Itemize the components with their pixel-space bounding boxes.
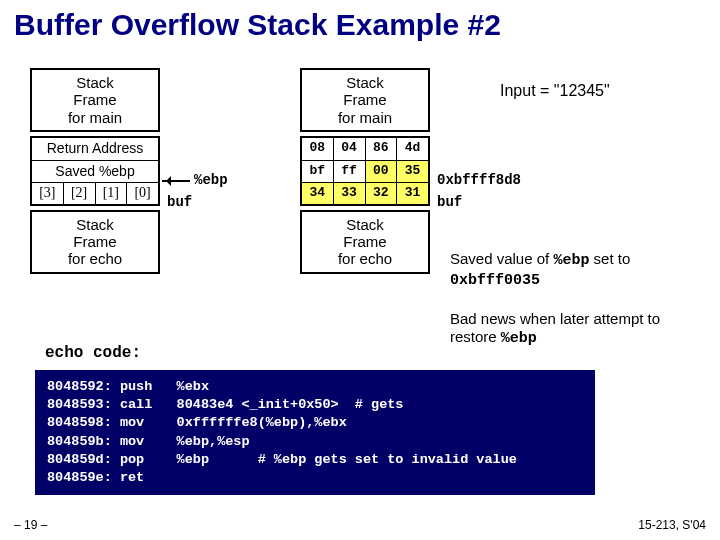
cell-corrupt: 35	[396, 161, 428, 182]
disassembly-code: 8048592: push %ebx 8048593: call 80483e4…	[35, 370, 595, 495]
left-row-buf: [3] [2] [1] [0]	[32, 182, 158, 204]
buf-idx-0: [0]	[126, 183, 158, 204]
course-tag: 15-213, S'04	[638, 518, 706, 532]
cell: ff	[333, 161, 365, 182]
buf-idx-1: [1]	[95, 183, 127, 204]
t: %ebp	[553, 252, 589, 269]
left-echo-frame: Stack Frame for echo	[30, 210, 160, 274]
cell-buf: 33	[333, 183, 365, 204]
cell: 04	[333, 138, 365, 160]
cell-corrupt: 00	[365, 161, 397, 182]
left-main-frame: Stack Frame for main	[30, 68, 160, 132]
echo-code-label: echo code:	[45, 344, 141, 362]
label-ebp-left: %ebp	[194, 172, 228, 188]
right-row-return: 08 04 86 4d	[302, 138, 428, 160]
t: 0xbfff0035	[450, 272, 540, 289]
cell-buf: 34	[302, 183, 333, 204]
slide-title: Buffer Overflow Stack Example #2	[0, 0, 720, 46]
right-main-frame: Stack Frame for main	[300, 68, 430, 132]
buf-idx-2: [2]	[63, 183, 95, 204]
t: set to	[589, 250, 630, 267]
t: %ebp	[501, 330, 537, 347]
t: Saved value of	[450, 250, 553, 267]
input-value-label: Input = "12345"	[500, 82, 610, 100]
cell: 08	[302, 138, 333, 160]
right-row-saved-ebp: bf ff 00 35	[302, 160, 428, 182]
right-echo-frame: Stack Frame for echo	[300, 210, 430, 274]
buf-idx-3: [3]	[32, 183, 63, 204]
left-row-saved-ebp: Saved %ebp	[32, 160, 158, 182]
left-stack-rows: Return Address Saved %ebp [3] [2] [1] [0…	[30, 136, 160, 206]
right-row-buf: 34 33 32 31	[302, 182, 428, 204]
note-saved-ebp: Saved value of %ebp set to 0xbfff0035	[450, 250, 710, 290]
cell-buf: 32	[365, 183, 397, 204]
note-bad-news: Bad news when later attempt to restore %…	[450, 310, 710, 348]
arrow-ebp-left	[162, 180, 190, 182]
label-buf-left: buf	[167, 194, 192, 210]
t: Bad news when later attempt to restore	[450, 310, 660, 345]
label-buf-right: buf	[437, 194, 462, 210]
cell-buf: 31	[396, 183, 428, 204]
right-stack-rows: 08 04 86 4d bf ff 00 35 34 33 32 31	[300, 136, 430, 206]
slide-number: – 19 –	[14, 518, 47, 532]
cell: 86	[365, 138, 397, 160]
cell: 4d	[396, 138, 428, 160]
label-addr-right: 0xbffff8d8	[437, 172, 521, 188]
cell: bf	[302, 161, 333, 182]
left-row-return: Return Address	[32, 138, 158, 160]
left-stack-diagram: Stack Frame for main Return Address Save…	[30, 68, 240, 274]
